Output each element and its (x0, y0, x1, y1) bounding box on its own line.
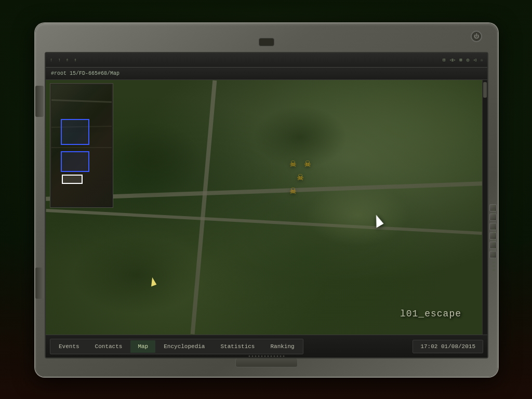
speaker-dot (268, 355, 269, 357)
nav-btn-events[interactable]: Events (51, 340, 87, 353)
nav-bar: Events Contacts Map Encyclopedia Statist… (46, 335, 487, 357)
left-hinge-top (35, 86, 44, 117)
terrain-patch-3 (305, 184, 409, 246)
screen-bezel: ↑ ↑ ⇑ ⇑ ⊡ ◁▷ ⊞ ◎ ◁ ☆ #root 15/FD-665#68/… (45, 52, 488, 358)
address-bar: #root 15/FD-665#68/Map (46, 68, 487, 80)
minimap-view-box (62, 175, 83, 184)
toolbar-right-icon-4: ◎ (467, 57, 469, 63)
toolbar-right-icon-2: ◁▷ (449, 57, 455, 63)
scrollbar-thumb[interactable] (483, 82, 487, 98)
speaker-dot (264, 355, 266, 357)
brand-text: XRAY COMMUNICATION (491, 205, 496, 273)
power-button[interactable] (471, 31, 482, 42)
nav-buttons-group: Events Contacts Map Encyclopedia Statist… (50, 339, 303, 354)
skull-marker-1: ☠ (290, 157, 296, 170)
toolbar-right-icon-5: ◁ (473, 57, 476, 63)
toolbar-right-icon-6: ☆ (481, 57, 483, 63)
minimap-selection-1 (61, 119, 89, 145)
speaker-dot (252, 355, 254, 357)
terrain-patch-4 (72, 236, 202, 314)
toolbar-icon-2: ↑ (58, 58, 60, 63)
device-stand (235, 358, 298, 367)
speaker-dot (274, 355, 275, 357)
skull-marker-3: ☠ (297, 170, 303, 183)
skull-marker-4: ☠ (290, 184, 296, 197)
minimap-inner (51, 85, 112, 206)
nav-btn-encyclopedia[interactable]: Encyclopedia (156, 340, 212, 353)
speaker-dot (261, 355, 263, 357)
speaker-area (249, 355, 285, 357)
nav-btn-ranking[interactable]: Ranking (263, 340, 301, 353)
nav-btn-map[interactable]: Map (130, 340, 155, 353)
terrain-patch-1 (98, 122, 202, 200)
map-area[interactable]: ☠ ☠ ☠ ☠ l01_escape (46, 80, 482, 335)
datetime-display: 17:02 01/08/2015 (413, 340, 483, 353)
nav-btn-contacts[interactable]: Contacts (88, 340, 130, 353)
minimap-selection-2 (61, 151, 89, 172)
skull-marker-2: ☠ (304, 157, 311, 170)
webcam (259, 38, 274, 46)
toolbar-right-icon-3: ⊞ (459, 57, 462, 63)
nav-btn-statistics[interactable]: Statistics (213, 340, 262, 353)
speaker-dot (258, 355, 260, 357)
toolbar-icon-4: ⇑ (74, 57, 76, 63)
left-hinge-bottom (35, 268, 44, 299)
toolbar-icon-3: ⇑ (66, 57, 69, 63)
screen-toolbar: ↑ ↑ ⇑ ⇑ ⊡ ◁▷ ⊞ ◎ ◁ ☆ (46, 53, 487, 68)
toolbar-icon-1: ↑ (50, 58, 52, 63)
toolbar-icons-right: ⊡ ◁▷ ⊞ ◎ ◁ ☆ (443, 57, 483, 63)
speaker-dot (255, 355, 257, 357)
speaker-dot (277, 355, 278, 357)
address-text: #root 15/FD-665#68/Map (51, 71, 119, 76)
speaker-dot (283, 355, 285, 357)
speaker-dot (271, 355, 272, 357)
toolbar-icons-left: ↑ ↑ ⇑ ⇑ (50, 57, 77, 63)
toolbar-right-icon-1: ⊡ (443, 57, 445, 63)
scrollbar-vertical[interactable] (482, 80, 487, 335)
terrain-patch-2 (254, 106, 347, 168)
pda-device: XRAY COMMUNICATION ↑ ↑ ⇑ ⇑ ⊡ ◁▷ ⊞ ◎ ◁ ☆ … (35, 23, 498, 377)
speaker-dot (249, 355, 250, 357)
map-location-label: l01_escape (400, 309, 461, 319)
minimap (50, 83, 113, 208)
speaker-dot (280, 355, 282, 357)
